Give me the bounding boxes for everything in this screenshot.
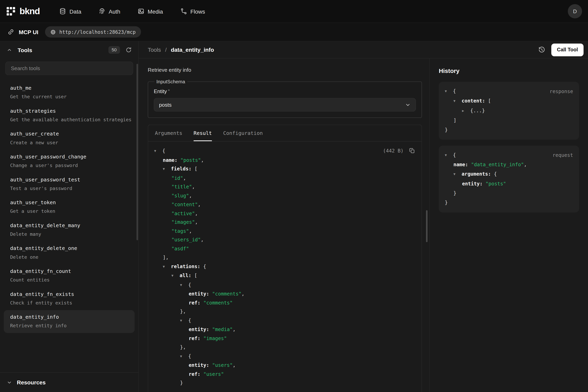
json-punctuation [168,166,171,172]
json-punctuation: , [241,291,244,296]
chevron-up-icon[interactable] [5,46,13,54]
json-punctuation [168,263,171,269]
collapse-caret-icon[interactable]: ▼ [453,96,459,106]
collapse-caret-icon[interactable]: ▼ [180,316,185,325]
json-line: "asdf" [154,244,415,253]
mcp-url: http://localhost:28623/mcp [59,29,136,35]
tool-name: data_entity_fn_count [10,268,132,274]
tool-list-item[interactable]: auth_me Get the current user [4,81,135,104]
json-line: name: "data_entity_info", [445,160,573,169]
collapse-caret-icon[interactable]: ▼ [172,272,177,280]
json-punctuation: { [200,263,206,269]
nav-item-flows[interactable]: Flows [180,8,205,14]
json-key: ref: [189,371,200,376]
input-schema-legend: InputSchema [155,79,187,84]
json-punctuation [209,362,212,368]
result-scrollbar[interactable] [426,210,428,242]
tool-list-item[interactable]: auth_user_password_change Change a user'… [4,150,135,173]
json-line: "users_id", [154,235,415,244]
json-line: "title", [154,182,415,191]
tab-configuration[interactable]: Configuration [223,125,263,141]
tool-name: auth_me [10,85,132,91]
mcp-bar: MCP UI http://localhost:28623/mcp [0,22,588,41]
collapse-caret-icon[interactable]: ▼ [180,281,185,290]
call-tool-button[interactable]: Call Tool [551,43,584,56]
entity-field-label: Entity* [154,88,416,94]
tool-list-item[interactable]: data_entity_delete_one Delete one [4,241,135,264]
nav-item-auth[interactable]: Auth [99,8,120,14]
nav-item-data[interactable]: Data [59,8,81,14]
copy-icon [409,148,415,154]
refresh-button[interactable] [124,45,133,54]
json-punctuation: [ [192,272,197,278]
tool-list-item[interactable]: data_entity_delete_many Delete many [4,218,135,242]
tab-label: Configuration [223,130,263,136]
tab-result[interactable]: Result [194,125,212,141]
json-punctuation [177,272,180,278]
json-punctuation: { [185,353,191,359]
tab-label: Result [194,130,212,136]
entity-select[interactable]: posts [154,98,416,112]
top-navbar: bknd Data [0,0,588,22]
resources-title: Resources [17,379,46,386]
tool-description: Retrieve entity info [148,67,422,73]
json-string: "images" [203,336,227,341]
copy-button[interactable] [407,146,416,155]
collapse-caret-icon[interactable]: ▼ [154,147,159,156]
json-string: "users" [212,362,233,368]
resources-section-header[interactable]: Resources [0,372,138,392]
brand[interactable]: bknd [6,6,40,16]
tool-description: Get a user token [10,208,55,214]
collapse-caret-icon[interactable]: ▼ [180,352,185,361]
history-button[interactable] [537,45,547,55]
tab-arguments[interactable]: Arguments [155,125,182,141]
expand-caret-icon[interactable]: ▶ [462,106,467,116]
json-punctuation: ], [163,254,169,260]
collapse-caret-icon[interactable]: ▼ [445,150,450,160]
main-layout: Tools 50 auth_me Get the current user au… [0,41,588,392]
tool-list-item[interactable]: auth_user_password_test Test a user's pa… [4,172,135,196]
required-mark: * [168,88,170,94]
json-line: "id", [154,174,415,182]
avatar-initial: D [573,8,577,14]
sidebar-scrollbar[interactable] [137,64,138,240]
json-key: name: [163,157,178,163]
json-punctuation [483,181,486,186]
collapse-caret-icon[interactable]: ▼ [453,170,459,179]
json-string: "comments" [212,291,241,296]
collapse-caret-icon[interactable]: ▼ [445,87,450,96]
history-cards: response ▼ {▼ content: [▶ {...}]} reques… [439,82,579,212]
user-avatar[interactable]: D [568,4,582,18]
tool-list-item[interactable]: data_entity_info Retrieve entity info [4,310,135,333]
json-string: "posts" [486,181,506,186]
mcp-url-pill[interactable]: http://localhost:28623/mcp [45,26,141,38]
json-punctuation: { [185,318,191,323]
json-line: ▼ { [154,280,415,290]
main-area: Tools / data_entity_info Call Tool Retri [139,41,588,392]
json-key: entity: [189,291,209,296]
search-tools-input[interactable] [5,62,133,75]
json-punctuation: {...} [467,108,485,113]
json-string: "active" [172,210,195,216]
json-line: "slug", [154,191,415,200]
collapse-caret-icon[interactable]: ▼ [163,262,168,271]
nav-item-media[interactable]: Media [138,8,163,14]
tool-description: Retrieve entity info [10,323,67,328]
tool-list-item[interactable]: data_entity_fn_count Count entities [4,264,135,287]
history-card-response[interactable]: response ▼ {▼ content: [▶ {...}]} [439,82,579,140]
json-line: } [445,125,573,134]
json-line: ▼ arguments: { [445,169,573,179]
tool-list-item[interactable]: data_entity_fn_exists Check if entity ex… [4,287,135,310]
json-punctuation: , [195,210,198,216]
breadcrumb-separator: / [165,46,167,53]
tool-name: auth_strategies [10,108,132,114]
tool-list-item[interactable]: auth_user_token Get a user token [4,196,135,218]
json-line: ▶ {...} [445,106,573,116]
breadcrumb-root[interactable]: Tools [148,46,161,53]
tool-list-item[interactable]: auth_user_create Create a new user [4,127,135,150]
json-line: "active", [154,209,415,218]
history-card-request[interactable]: request ▼ {name: "data_entity_info",▼ ar… [439,146,579,212]
collapse-caret-icon[interactable]: ▼ [163,165,168,174]
tool-list-item[interactable]: auth_strategies Get the available authen… [4,104,135,127]
json-punctuation: , [524,162,527,168]
